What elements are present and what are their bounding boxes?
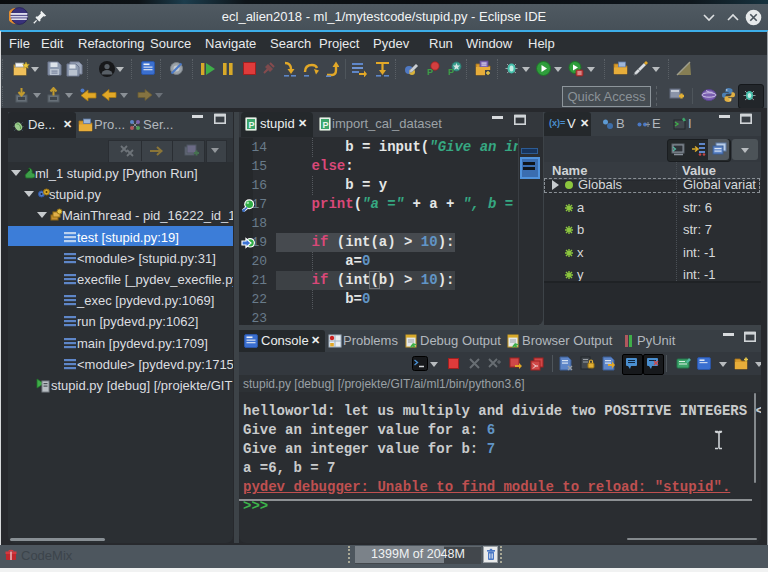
svg-text:P: P [323, 120, 329, 130]
svg-text:P: P [427, 67, 433, 76]
svg-text:P: P [448, 67, 454, 76]
svg-text:P: P [249, 120, 255, 130]
